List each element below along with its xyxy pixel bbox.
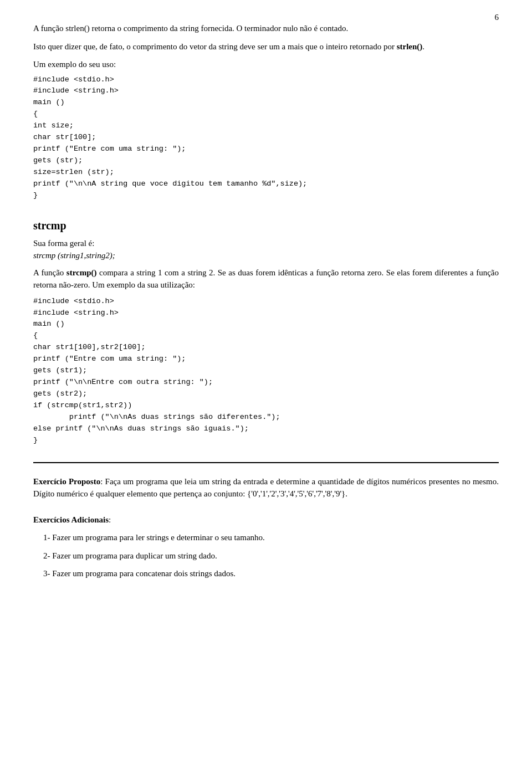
code-block-1: #include <stdio.h> #include <string.h> m… xyxy=(33,74,499,202)
strcmp-signature: strcmp (string1,string2); xyxy=(33,251,115,260)
exercicio-proposto-label: Exercício Proposto xyxy=(33,477,100,486)
code-block-2: #include <stdio.h> #include <string.h> m… xyxy=(33,296,499,447)
page-number: 6 xyxy=(495,11,499,24)
intro-line1: A função strlen() retorna o comprimento … xyxy=(33,22,499,35)
strcmp-heading: strcmp xyxy=(33,217,499,234)
strcmp-desc3: A função strcmp() compara a string 1 com… xyxy=(33,266,499,291)
ex-item-1: 1- Fazer um programa para ler strings e … xyxy=(43,531,499,544)
page: 6 A função strlen() retorna o compriment… xyxy=(0,0,532,779)
strcmp-desc1: Sua forma geral é: strcmp (string1,strin… xyxy=(33,237,499,262)
ex-item-3: 3- Fazer um programa para concatenar doi… xyxy=(43,567,499,580)
strcmp-desc1-text: Sua forma geral é: xyxy=(33,239,94,248)
ex-item-2: 2- Fazer um programa para duplicar um st… xyxy=(43,550,499,562)
exercicio-proposto-text: : Faça um programa que leia um string da… xyxy=(33,477,499,499)
intro-line2-suffix: . xyxy=(422,42,424,51)
intro-line2: Isto quer dizer que, de fato, o comprime… xyxy=(33,40,499,53)
intro-line2-text: Isto quer dizer que, de fato, o comprime… xyxy=(33,42,397,51)
strlen-bold: strlen() xyxy=(397,42,423,51)
strcmp-desc3-suffix: compara a string 1 com a string 2. Se as… xyxy=(33,268,499,290)
example-label: Um exemplo do seu uso: xyxy=(33,58,499,71)
exercicios-adicionais-colon: : xyxy=(109,515,111,524)
exercicio-proposto-block: Exercício Proposto: Faça um programa que… xyxy=(33,475,499,500)
exercicios-adicionais-block: Exercícios Adicionais: 1- Fazer um progr… xyxy=(33,514,499,580)
exercicios-adicionais-label: Exercícios Adicionais xyxy=(33,515,109,524)
section-divider xyxy=(33,462,499,463)
strcmp-func-bold: strcmp() xyxy=(66,268,97,277)
strcmp-desc3-prefix: A função xyxy=(33,268,66,277)
